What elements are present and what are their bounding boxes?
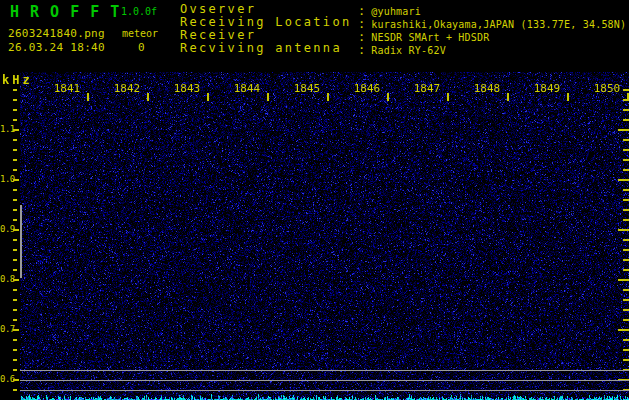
info-value: Radix RY-62V bbox=[371, 44, 446, 57]
freq-axis-minor-tick bbox=[13, 149, 17, 151]
freq-axis-minor-tick bbox=[13, 259, 17, 261]
freq-axis-right-minor-tick bbox=[623, 119, 629, 121]
time-axis-label: 1849 bbox=[534, 82, 561, 95]
freq-axis-right-minor-tick bbox=[623, 109, 629, 111]
time-axis-label: 1848 bbox=[474, 82, 501, 95]
time-axis-label: 1842 bbox=[114, 82, 141, 95]
freq-axis-right-minor-tick bbox=[623, 259, 629, 261]
time-axis-tick bbox=[147, 93, 149, 101]
time-axis-tick bbox=[387, 93, 389, 101]
freq-axis-right-minor-tick bbox=[623, 149, 629, 151]
freq-axis-label: 0.7 bbox=[0, 324, 13, 334]
time-axis-tick bbox=[567, 93, 569, 101]
station-info-row: Recviving antenna:Radix RY-62V bbox=[180, 42, 626, 55]
freq-axis-minor-tick bbox=[13, 349, 17, 351]
freq-axis-right-minor-tick bbox=[623, 309, 629, 311]
carrier-signal-line bbox=[20, 370, 629, 371]
freq-axis-minor-tick bbox=[13, 109, 17, 111]
freq-axis-label: 1.0 bbox=[0, 174, 13, 184]
freq-axis-right-major-tick bbox=[618, 279, 629, 281]
freq-axis-minor-tick bbox=[13, 209, 17, 211]
spectrogram-noise-canvas bbox=[20, 72, 629, 400]
freq-axis-minor-tick bbox=[13, 269, 17, 271]
timestamp: 26.03.24 18:40 bbox=[8, 41, 105, 54]
freq-axis-right-minor-tick bbox=[623, 89, 629, 91]
time-axis-label: 1846 bbox=[354, 82, 381, 95]
freq-axis-right-minor-tick bbox=[623, 139, 629, 141]
hrofft-screen: H R O F F T 1.0.0f 2603241840.png meteor… bbox=[0, 0, 629, 400]
time-axis-tick bbox=[207, 93, 209, 101]
freq-axis-right-minor-tick bbox=[623, 339, 629, 341]
freq-axis-major-tick bbox=[13, 279, 19, 281]
freq-axis-right-minor-tick bbox=[623, 169, 629, 171]
app-title: H R O F F T bbox=[10, 3, 120, 21]
freq-axis-minor-tick bbox=[13, 339, 17, 341]
time-axis-tick bbox=[447, 93, 449, 101]
freq-axis-right-minor-tick bbox=[623, 269, 629, 271]
freq-axis-minor-tick bbox=[13, 389, 17, 391]
info-label: Recviving antenna bbox=[180, 42, 358, 55]
freq-axis-right-minor-tick bbox=[623, 189, 629, 191]
freq-axis-major-tick bbox=[13, 129, 19, 131]
app-version: 1.0.0f bbox=[121, 6, 157, 17]
time-axis-tick bbox=[87, 93, 89, 101]
freq-axis-label: 0.9 bbox=[0, 224, 13, 234]
freq-axis-minor-tick bbox=[13, 369, 17, 371]
freq-axis-minor-tick bbox=[13, 159, 17, 161]
info-colon: : bbox=[358, 44, 365, 57]
time-axis-tick bbox=[507, 93, 509, 101]
freq-axis-major-tick bbox=[13, 179, 19, 181]
freq-axis-minor-tick bbox=[13, 119, 17, 121]
freq-axis-major-tick bbox=[13, 329, 19, 331]
freq-axis-right-minor-tick bbox=[623, 319, 629, 321]
elevated-noise-bar bbox=[20, 205, 22, 278]
freq-axis-major-tick bbox=[13, 229, 19, 231]
time-axis-label: 1847 bbox=[414, 82, 441, 95]
carrier-signal-line bbox=[20, 390, 629, 391]
freq-axis-right-minor-tick bbox=[623, 209, 629, 211]
freq-axis-minor-tick bbox=[13, 139, 17, 141]
freq-axis-minor-tick bbox=[13, 359, 17, 361]
time-axis-tick bbox=[267, 93, 269, 101]
freq-axis-minor-tick bbox=[13, 189, 17, 191]
time-axis-label: 1844 bbox=[234, 82, 261, 95]
freq-axis-right-minor-tick bbox=[623, 99, 629, 101]
freq-axis-minor-tick bbox=[13, 249, 17, 251]
freq-axis-right-minor-tick bbox=[623, 199, 629, 201]
freq-axis-right-minor-tick bbox=[623, 349, 629, 351]
freq-axis-right-minor-tick bbox=[623, 219, 629, 221]
freq-axis-minor-tick bbox=[13, 289, 17, 291]
freq-axis-label: 0.6 bbox=[0, 374, 13, 384]
freq-axis-right-minor-tick bbox=[623, 249, 629, 251]
freq-axis-major-tick bbox=[13, 379, 19, 381]
freq-axis-minor-tick bbox=[13, 309, 17, 311]
time-axis-label: 1841 bbox=[54, 82, 81, 95]
freq-axis-minor-tick bbox=[13, 89, 17, 91]
meteor-count-label: meteor bbox=[122, 28, 158, 39]
freq-axis-right-major-tick bbox=[618, 129, 629, 131]
freq-axis-minor-tick bbox=[13, 199, 17, 201]
freq-axis-right-major-tick bbox=[618, 179, 629, 181]
carrier-signal-line bbox=[20, 380, 629, 381]
freq-axis-minor-tick bbox=[13, 319, 17, 321]
freq-axis-minor-tick bbox=[13, 99, 17, 101]
freq-axis-right-minor-tick bbox=[623, 299, 629, 301]
freq-axis-right-minor-tick bbox=[623, 289, 629, 291]
time-axis-label: 1850 bbox=[594, 82, 621, 95]
output-filename: 2603241840.png bbox=[8, 27, 105, 40]
station-info: Ovserver:@yuhmariReceiving Location:kura… bbox=[180, 3, 626, 55]
freq-axis-minor-tick bbox=[13, 239, 17, 241]
freq-axis-minor-tick bbox=[13, 169, 17, 171]
freq-axis-minor-tick bbox=[13, 219, 17, 221]
freq-axis-label: 1.1 bbox=[0, 124, 13, 134]
time-axis-tick bbox=[327, 93, 329, 101]
freq-axis-label: 0.8 bbox=[0, 274, 13, 284]
freq-axis-right-minor-tick bbox=[623, 239, 629, 241]
meteor-count-value: 0 bbox=[138, 41, 145, 54]
freq-axis-right-major-tick bbox=[618, 229, 629, 231]
freq-axis-right-major-tick bbox=[618, 329, 629, 331]
frequency-axis-unit-label: kHz bbox=[2, 73, 33, 87]
freq-axis-minor-tick bbox=[13, 299, 17, 301]
freq-axis-right-minor-tick bbox=[623, 359, 629, 361]
time-axis-label: 1845 bbox=[294, 82, 321, 95]
